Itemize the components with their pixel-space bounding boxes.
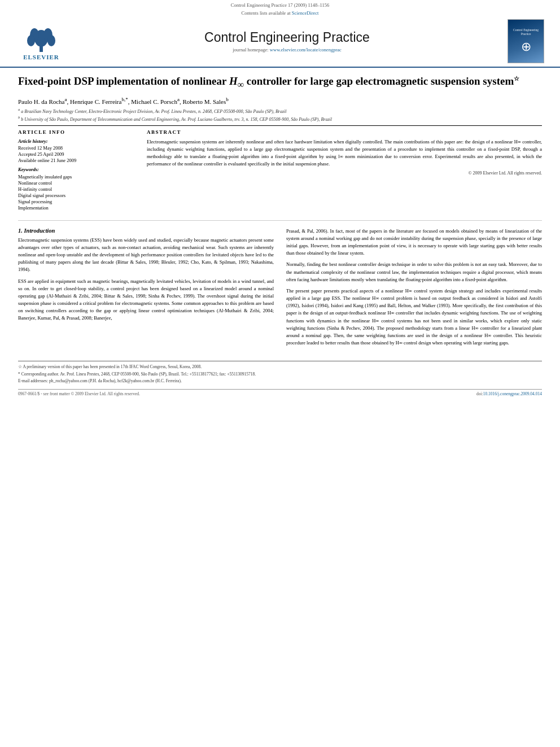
keywords-label: Keywords: (18, 167, 137, 172)
abstract-text: Electromagnetic suspension systems are i… (147, 138, 542, 168)
footnote-emails: E-mail addresses: ph_rocha@yahoo.com (P.… (18, 378, 542, 385)
elsevier-tree-icon (24, 23, 58, 54)
journal-title-block: Control Engineering Practice journal hom… (67, 30, 508, 53)
received-date: Received 12 May 2008 (18, 145, 137, 151)
keyword-2: Nonlinear control (18, 180, 137, 186)
paper-container: Fixed-point DSP implementation of nonlin… (0, 68, 560, 408)
journal-homepage: journal homepage: www.elsevier.com/locat… (67, 47, 508, 53)
body-columns: 1. Introduction Electromagnetic suspensi… (18, 228, 542, 351)
abstract-title: ABSTRACT (147, 129, 542, 135)
accepted-date: Accepted 25 April 2009 (18, 151, 137, 157)
keyword-3: H-infinity control (18, 186, 137, 192)
article-info-title: ARTICLE INFO (18, 129, 137, 135)
bottom-bar: 0967-0661/$ - see front matter © 2009 El… (18, 389, 542, 396)
abstract-block: ABSTRACT Electromagnetic suspension syst… (147, 129, 542, 211)
authors: Paulo H. da Rochaa, Henrique C. Ferreira… (18, 97, 542, 105)
keyword-4: Digital signal processors (18, 193, 137, 198)
divider-body (18, 220, 542, 221)
bottom-copyright: 0967-0661/$ - see front matter © 2009 El… (18, 391, 140, 396)
cover-icon: ⊕ (521, 40, 531, 54)
body-para1: Electromagnetic suspension systems (ESS)… (18, 237, 274, 274)
affiliation-a: a a Brazilian Navy Technology Center, El… (18, 107, 542, 114)
journal-ref: Control Engineering Practice 17 (2009) 1… (0, 0, 560, 9)
body-para3: Prasad, & Pal, 2006). In fact, most of t… (286, 228, 542, 257)
footnote-corresponding: * Corresponding author. Av. Prof. Lineu … (18, 372, 542, 378)
cover-title-text: Control Engineering Practice (510, 28, 541, 36)
paper-title: Fixed-point DSP implementation of nonlin… (18, 75, 542, 91)
body-para4: Normally, finding the best nonlinear con… (286, 261, 542, 283)
bottom-doi: doi:10.1016/j.conengprac.2009.04.014 (476, 391, 542, 396)
svg-point-5 (47, 35, 55, 46)
keyword-1: Magnetically insulated gaps (18, 174, 137, 180)
divider-main (18, 125, 542, 126)
svg-point-4 (27, 35, 35, 46)
contents-line: Contents lists available at ScienceDirec… (0, 9, 560, 16)
article-history-label: Article history: (18, 138, 137, 144)
article-info-block: ARTICLE INFO Article history: Received 1… (18, 129, 137, 211)
journal-cover: Control Engineering Practice ⊕ (508, 19, 544, 63)
elsevier-text: ELSEVIER (23, 54, 59, 60)
journal-title: Control Engineering Practice (67, 30, 508, 45)
col-left: 1. Introduction Electromagnetic suspensi… (18, 228, 274, 351)
footnotes: ☆ A preliminary version of this paper ha… (18, 361, 542, 385)
section1-title: 1. Introduction (18, 228, 274, 234)
body-para5: The present paper presents practical asp… (286, 287, 542, 347)
keyword-6: Implementation (18, 205, 137, 211)
affiliation-b: b b University of São Paulo, Department … (18, 115, 542, 122)
body-para2: ESS are applied in equipment such as mag… (18, 278, 274, 322)
keyword-5: Signal processing (18, 199, 137, 204)
article-meta: ARTICLE INFO Article history: Received 1… (18, 129, 542, 211)
homepage-link[interactable]: www.elsevier.com/locate/conengprac (270, 47, 342, 53)
footnote-star: ☆ A preliminary version of this paper ha… (18, 364, 542, 370)
available-date: Available online 21 June 2009 (18, 158, 137, 163)
col-right: Prasad, & Pal, 2006). In fact, most of t… (286, 228, 542, 351)
doi-link[interactable]: 10.1016/j.conengprac.2009.04.014 (483, 391, 542, 396)
sciencedirect-link[interactable]: ScienceDirect (292, 10, 319, 16)
elsevier-logo: ELSEVIER (16, 23, 67, 60)
abstract-copyright: © 2009 Elsevier Ltd. All rights reserved… (147, 171, 542, 176)
journal-header: Control Engineering Practice 17 (2009) 1… (0, 0, 560, 68)
